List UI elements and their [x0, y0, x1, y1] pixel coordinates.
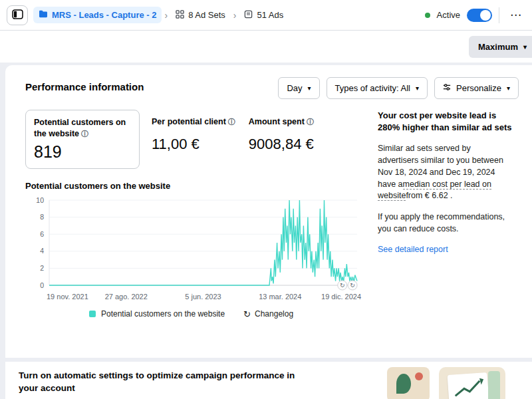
overflow-menu-button[interactable]: ⋯	[506, 7, 525, 23]
maximum-button[interactable]: Maximum ▾	[469, 36, 532, 58]
recommendation-title: Your cost per website lead is 280% highe…	[378, 110, 512, 134]
metrics-and-chart: Potential customers on the websiteⓘ 819 …	[25, 110, 378, 319]
sub-bar: Maximum ▾	[0, 31, 532, 63]
metric-label: Potential customers on the websiteⓘ	[34, 117, 131, 140]
topbar-right: Active ⋯	[425, 7, 525, 23]
svg-text:13 mar. 2024: 13 mar. 2024	[259, 293, 301, 301]
grid-icon	[176, 10, 184, 21]
top-bar: MRS - Leads - Capture - 2 › 8 Ad Sets › …	[0, 0, 532, 31]
sidebar-toggle-icon	[12, 9, 23, 21]
recommendation-body-2: If you apply the recommendations, you ca…	[378, 211, 512, 235]
svg-text:19 dic. 2024: 19 dic. 2024	[321, 293, 361, 301]
white-card-shape	[448, 372, 489, 399]
activity-type-dropdown[interactable]: Types of activity: All ▾	[327, 77, 428, 99]
legend-swatch	[89, 311, 96, 317]
performance-title: Performance information	[25, 77, 144, 92]
breadcrumb-separator-icon: ›	[232, 10, 238, 21]
breadcrumb-separator-icon: ›	[163, 10, 169, 21]
date-granularity-label: Day	[287, 83, 302, 93]
sidebar-toggle-button[interactable]	[7, 5, 28, 25]
info-icon[interactable]: ⓘ	[81, 130, 88, 138]
sliders-icon	[443, 83, 451, 93]
personalize-dropdown[interactable]: Personalize ▾	[434, 77, 519, 99]
changelog-icon: ↻	[243, 309, 251, 319]
svg-text:5 jun. 2023: 5 jun. 2023	[185, 293, 221, 301]
svg-text:↻: ↻	[350, 282, 355, 289]
recommendation-body-1: Similar ad sets served by advertisers si…	[378, 143, 512, 202]
breadcrumb-campaign-label: MRS - Leads - Capture - 2	[52, 10, 156, 20]
svg-text:↻: ↻	[340, 282, 345, 289]
metric-value: 11,00 €	[152, 136, 235, 153]
automation-banner: Turn on automatic settings to optimize c…	[5, 362, 532, 399]
filters: Day ▾ Types of activity: All ▾ Personali…	[278, 77, 519, 99]
breadcrumb-ads-label: 51 Ads	[257, 10, 283, 20]
recommendation-text: from € 6.62 .	[406, 191, 452, 200]
folder-icon	[39, 10, 48, 20]
svg-text:0: 0	[40, 281, 44, 289]
automation-illustration	[387, 367, 505, 399]
metrics-row: Potential customers on the websiteⓘ 819 …	[25, 110, 378, 169]
breadcrumb-adsets[interactable]: 8 Ad Sets	[170, 7, 231, 24]
green-strip-shape	[488, 371, 500, 399]
plant-illustration	[387, 367, 430, 399]
chevron-down-icon: ▾	[523, 43, 527, 51]
breadcrumb-ads[interactable]: 51 Ads	[239, 7, 289, 24]
metric-label: Per potential clientⓘ	[152, 116, 235, 128]
toggle-knob	[480, 10, 491, 21]
chart-legend: Potential customers on the website ↻ Cha…	[89, 309, 378, 319]
growth-card-illustration	[439, 367, 505, 399]
recommendation-panel: Your cost per website lead is 280% highe…	[378, 110, 519, 319]
activity-type-label: Types of activity: All	[335, 83, 410, 93]
personalize-label: Personalize	[456, 83, 501, 93]
chart-area: 024681019 nov. 202127 ago. 20225 jun. 20…	[29, 194, 378, 308]
leaf-shape	[396, 374, 411, 394]
svg-text:4: 4	[40, 247, 44, 255]
page-background: Performance information Day ▾ Types of a…	[0, 63, 532, 399]
svg-text:8: 8	[40, 213, 44, 221]
changelog-label: Changelog	[255, 309, 293, 319]
svg-text:6: 6	[40, 229, 44, 237]
svg-text:27 ago. 2022: 27 ago. 2022	[105, 293, 148, 301]
maximum-label: Maximum	[478, 42, 518, 52]
info-icon[interactable]: ⓘ	[228, 118, 235, 126]
info-icon[interactable]: ⓘ	[307, 118, 314, 126]
status-dot-icon	[425, 13, 430, 18]
svg-text:2: 2	[40, 264, 44, 272]
active-toggle[interactable]	[467, 9, 492, 22]
svg-text:19 nov. 2021: 19 nov. 2021	[47, 293, 88, 301]
see-detailed-report-link[interactable]: See detailed report	[378, 245, 448, 254]
breadcrumb-campaign[interactable]: MRS - Leads - Capture - 2	[33, 7, 162, 23]
performance-content: Potential customers on the websiteⓘ 819 …	[25, 110, 519, 319]
automation-title: Turn on automatic settings to optimize c…	[19, 370, 311, 395]
metric-card-potential-customers[interactable]: Potential customers on the websiteⓘ 819	[25, 110, 140, 169]
metric-card-amount-spent[interactable]: Amount spentⓘ 9008,84 €	[247, 110, 315, 160]
legend-label: Potential customers on the website	[101, 309, 225, 319]
date-granularity-dropdown[interactable]: Day ▾	[278, 77, 319, 99]
changelog-button[interactable]: ↻ Changelog	[243, 309, 293, 319]
metric-value: 9008,84 €	[249, 136, 314, 153]
breadcrumb: MRS - Leads - Capture - 2 › 8 Ad Sets › …	[33, 7, 289, 24]
metric-label: Amount spentⓘ	[249, 116, 314, 128]
chevron-down-icon: ▾	[416, 84, 419, 92]
performance-card: Performance information Day ▾ Types of a…	[5, 65, 532, 358]
breadcrumb-adsets-label: 8 Ad Sets	[188, 10, 225, 20]
svg-text:10: 10	[36, 196, 44, 203]
chevron-down-icon: ▾	[507, 84, 510, 92]
status-label: Active	[437, 10, 460, 20]
metric-value: 819	[34, 142, 131, 162]
chart-svg: 024681019 nov. 202127 ago. 20225 jun. 20…	[29, 194, 365, 305]
growth-arrow-icon	[448, 372, 489, 399]
dot-shape	[415, 372, 423, 380]
performance-header: Performance information Day ▾ Types of a…	[25, 77, 519, 99]
note-icon	[244, 10, 253, 21]
chart-title: Potential customers on the website	[25, 181, 378, 191]
chevron-down-icon: ▾	[308, 84, 311, 92]
metric-card-per-potential-client[interactable]: Per potential clientⓘ 11,00 €	[150, 110, 237, 160]
divider	[499, 7, 499, 23]
